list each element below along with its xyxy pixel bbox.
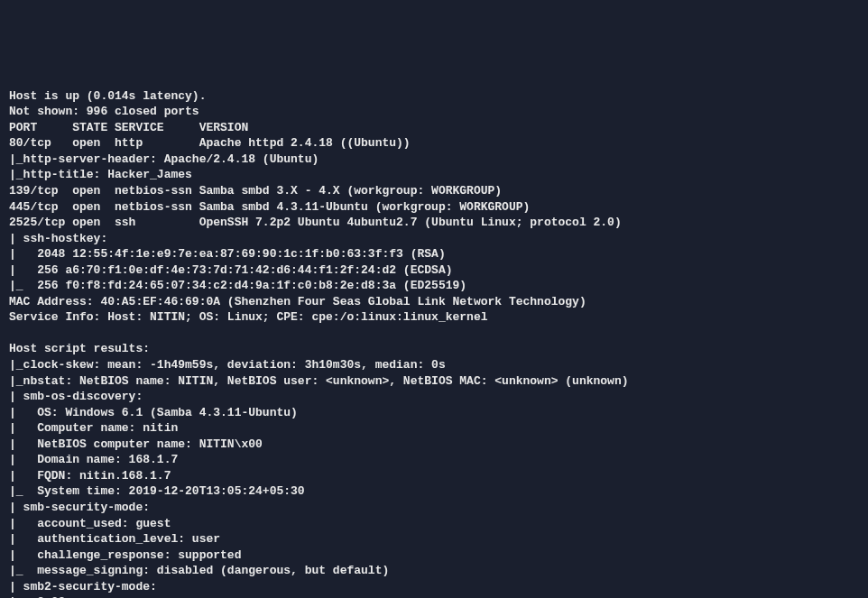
port-445-line: 445/tcp open netbios-ssn Samba smbd 4.3.… bbox=[9, 200, 530, 214]
mac-address-line: MAC Address: 40:A5:EF:46:69:0A (Shenzhen… bbox=[9, 295, 586, 308]
service-info-line: Service Info: Host: NITIN; OS: Linux; CP… bbox=[9, 310, 488, 324]
fqdn-line: | FQDN: nitin.168.1.7 bbox=[9, 469, 171, 483]
host-script-header-line: Host script results: bbox=[9, 342, 150, 355]
system-time-line: |_ System time: 2019-12-20T13:05:24+05:3… bbox=[9, 484, 305, 498]
port-80-line: 80/tcp open http Apache httpd 2.4.18 ((U… bbox=[9, 136, 411, 150]
clock-skew-line: |_clock-skew: mean: -1h49m59s, deviation… bbox=[9, 358, 446, 372]
auth-level-line: | authentication_level: user bbox=[9, 532, 220, 546]
port-2525-line: 2525/tcp open ssh OpenSSH 7.2p2 Ubuntu 4… bbox=[9, 216, 622, 229]
rsa-key-line: | 2048 12:55:4f:1e:e9:7e:ea:87:69:90:1c:… bbox=[9, 247, 446, 261]
nbstat-line: |_nbstat: NetBIOS name: NITIN, NetBIOS u… bbox=[9, 374, 629, 388]
ed25519-key-line: |_ 256 f0:f8:fd:24:65:07:34:c2:d4:9a:1f:… bbox=[9, 279, 466, 292]
not-shown-line: Not shown: 996 closed ports bbox=[9, 105, 199, 118]
os-line: | OS: Windows 6.1 (Samba 4.3.11-Ubuntu) bbox=[9, 406, 298, 419]
ecdsa-key-line: | 256 a6:70:f1:0e:df:4e:73:7d:71:42:d6:4… bbox=[9, 263, 452, 277]
http-title-line: |_http-title: Hacker_James bbox=[9, 168, 192, 181]
port-header-line: PORT STATE SERVICE VERSION bbox=[9, 121, 248, 134]
smb-security-mode-line: | smb-security-mode: bbox=[9, 501, 150, 514]
terminal-output: Host is up (0.014s latency). Not shown: … bbox=[9, 72, 859, 598]
domain-name-line: | Domain name: 168.1.7 bbox=[9, 453, 178, 466]
host-up-line: Host is up (0.014s latency). bbox=[9, 89, 206, 103]
challenge-response-line: | challenge_response: supported bbox=[9, 548, 241, 562]
smb-os-discovery-line: | smb-os-discovery: bbox=[9, 390, 143, 403]
ssh-hostkey-line: | ssh-hostkey: bbox=[9, 232, 107, 245]
netbios-name-line: | NetBIOS computer name: NITIN\x00 bbox=[9, 437, 263, 451]
account-used-line: | account_used: guest bbox=[9, 517, 171, 530]
computer-name-line: | Computer name: nitin bbox=[9, 421, 178, 435]
http-server-header-line: |_http-server-header: Apache/2.4.18 (Ubu… bbox=[9, 152, 319, 166]
smb2-security-mode-line: | smb2-security-mode: bbox=[9, 580, 157, 593]
port-139-line: 139/tcp open netbios-ssn Samba smbd 3.X … bbox=[9, 184, 502, 198]
message-signing-line: |_ message_signing: disabled (dangerous,… bbox=[9, 564, 389, 577]
